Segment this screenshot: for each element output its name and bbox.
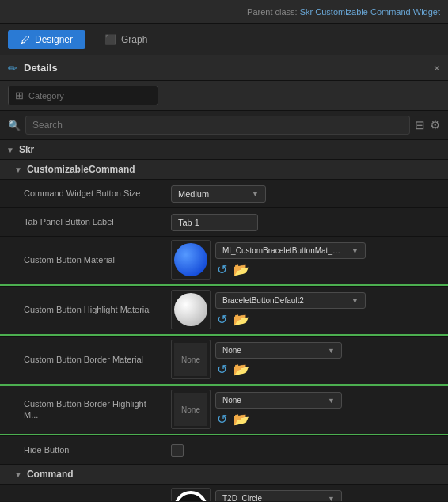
category-row: ⊞ xyxy=(0,81,448,111)
command-widget-icon-controls: T2D_Circle ▼ ↺ 📂 xyxy=(215,487,448,501)
custom-button-border-highlight-label: Custom Button Border Highlight M... xyxy=(0,394,166,426)
search-icon: 🔍 xyxy=(8,120,21,131)
customizable-command-section-label: CustomizableCommand xyxy=(27,164,135,175)
skr-section-label: Skr xyxy=(19,144,34,155)
custom-button-material-selected: MI_CustomBraceletButtonMat_Blue xyxy=(222,246,345,255)
none-preview-border: None xyxy=(174,343,207,376)
button-size-label: Command Widget Button Size xyxy=(0,183,166,203)
button-size-row: Command Widget Button Size Medium ▼ xyxy=(0,180,448,208)
command-widget-icon-preview xyxy=(171,488,211,501)
command-arrow-icon: ▼ xyxy=(14,470,22,479)
top-bar: Parent class: Skr Customizable Command W… xyxy=(0,0,448,24)
custom-button-border-highlight-green-line xyxy=(0,434,448,435)
custom-button-material-caret: ▼ xyxy=(351,247,359,255)
category-input-wrapper: ⊞ xyxy=(8,86,158,105)
search-bar: 🔍 ⊟ ⚙ xyxy=(0,111,448,140)
skr-arrow-icon: ▼ xyxy=(6,146,14,154)
details-header: ✏ Details × xyxy=(0,55,448,81)
button-size-dropdown[interactable]: Medium ▼ xyxy=(171,185,266,203)
designer-tab-label: Designer xyxy=(35,34,73,45)
custom-button-border-reset[interactable]: ↺ xyxy=(217,362,227,377)
custom-button-material-dropdown[interactable]: MI_CustomBraceletButtonMat_Blue ▼ xyxy=(215,242,366,259)
custom-button-material-preview xyxy=(171,240,211,280)
custom-button-material-reset[interactable]: ↺ xyxy=(217,262,227,277)
tab-panel-label: Tab Panel Button Label xyxy=(0,211,166,232)
custom-button-border-highlight-reset[interactable]: ↺ xyxy=(217,412,227,427)
command-widget-icon-dropdown[interactable]: T2D_Circle ▼ xyxy=(215,490,342,501)
grid-icon: ⊞ xyxy=(15,89,24,101)
hide-button-label: Hide Button xyxy=(0,439,166,460)
custom-button-border-highlight-caret: ▼ xyxy=(328,397,335,405)
custom-button-border-green-line xyxy=(0,384,448,386)
custom-button-border-row: Custom Button Border Material None None … xyxy=(0,337,448,386)
custom-button-highlight-browse[interactable]: 📂 xyxy=(233,312,249,327)
custom-button-border-caret: ▼ xyxy=(328,347,335,355)
custom-button-highlight-row: Custom Button Highlight Material Bracele… xyxy=(0,287,448,337)
designer-tab[interactable]: 🖊 Designer xyxy=(8,30,85,49)
custom-button-highlight-reset[interactable]: ↺ xyxy=(217,312,227,327)
circle-icon-preview xyxy=(174,491,207,501)
customizable-command-section-header[interactable]: ▼ CustomizableCommand xyxy=(0,160,448,180)
details-close-button[interactable]: × xyxy=(434,62,440,74)
custom-button-border-highlight-selected: None xyxy=(222,396,241,405)
graph-tab-label: Graph xyxy=(121,34,147,45)
custom-button-material-green-line xyxy=(0,284,448,286)
graph-icon: ⬛ xyxy=(104,34,116,45)
custom-button-material-controls: MI_CustomBraceletButtonMat_Blue ▼ ↺ 📂 xyxy=(215,239,448,280)
main-content: ▼ Skr ▼ CustomizableCommand Command Widg… xyxy=(0,140,448,501)
tab-panel-value xyxy=(166,211,448,234)
custom-button-material-row: Custom Button Material MI_CustomBracelet… xyxy=(0,237,448,287)
command-widget-icon-selected: T2D_Circle xyxy=(222,494,262,501)
table-icon[interactable]: ⊟ xyxy=(415,118,425,132)
button-size-selected: Medium xyxy=(178,189,209,199)
custom-button-highlight-label: Custom Button Highlight Material xyxy=(0,299,166,320)
designer-icon: 🖊 xyxy=(21,34,30,45)
graph-tab[interactable]: ⬛ Graph xyxy=(92,30,160,49)
search-input[interactable] xyxy=(25,116,410,135)
none-preview-border-highlight: None xyxy=(174,393,207,426)
custom-button-border-browse[interactable]: 📂 xyxy=(233,362,249,377)
custom-button-border-dropdown[interactable]: None ▼ xyxy=(215,342,342,359)
parent-class-label: Parent class: xyxy=(247,7,298,17)
command-section-label: Command xyxy=(27,469,74,480)
custom-button-border-controls: None ▼ ↺ 📂 xyxy=(215,339,448,380)
parent-class-link[interactable]: Skr Customizable Command Widget xyxy=(300,7,440,17)
blue-circle-preview xyxy=(174,243,207,276)
category-input[interactable] xyxy=(28,91,147,101)
command-section-header[interactable]: ▼ Command xyxy=(0,465,448,485)
custom-button-highlight-selected: BraceletButtonDefault2 xyxy=(222,296,304,305)
tab-panel-row: Tab Panel Button Label xyxy=(0,208,448,237)
command-widget-icon-caret: ▼ xyxy=(328,495,335,502)
custom-button-highlight-green-line xyxy=(0,334,448,336)
custom-button-border-highlight-controls: None ▼ ↺ 📂 xyxy=(215,389,448,430)
custom-button-border-preview: None xyxy=(171,340,211,379)
custom-button-border-highlight-row: Custom Button Border Highlight M... None… xyxy=(0,386,448,436)
custom-button-highlight-preview xyxy=(171,290,211,329)
tab-bar: 🖊 Designer ⬛ Graph xyxy=(0,24,448,55)
command-widget-icon-row: Command Widget Icon T2D_Circle ▼ ↺ 📂 xyxy=(0,485,448,501)
details-title: Details xyxy=(24,62,58,74)
command-widget-icon-label: Command Widget Icon xyxy=(0,497,166,501)
button-size-caret: ▼ xyxy=(252,190,259,198)
custom-button-material-label: Custom Button Material xyxy=(0,249,166,270)
custom-button-material-browse[interactable]: 📂 xyxy=(233,262,249,277)
details-pencil-icon: ✏ xyxy=(8,62,17,74)
custom-button-border-highlight-dropdown[interactable]: None ▼ xyxy=(215,392,342,409)
custom-button-border-label: Custom Button Border Material xyxy=(0,349,166,370)
customizable-command-arrow-icon: ▼ xyxy=(14,165,22,174)
button-size-value: Medium ▼ xyxy=(166,182,448,206)
white-sphere-preview xyxy=(174,293,207,326)
hide-button-value xyxy=(166,441,448,460)
custom-button-border-selected: None xyxy=(222,346,241,355)
custom-button-border-highlight-browse[interactable]: 📂 xyxy=(233,412,249,427)
custom-button-highlight-dropdown[interactable]: BraceletButtonDefault2 ▼ xyxy=(215,292,366,309)
tab-panel-input[interactable] xyxy=(171,214,258,231)
skr-section-header[interactable]: ▼ Skr xyxy=(0,140,448,160)
custom-button-highlight-caret: ▼ xyxy=(351,297,359,305)
settings-icon[interactable]: ⚙ xyxy=(430,118,440,132)
custom-button-border-highlight-preview: None xyxy=(171,390,211,429)
custom-button-highlight-controls: BraceletButtonDefault2 ▼ ↺ 📂 xyxy=(215,289,448,330)
hide-button-checkbox[interactable] xyxy=(171,444,184,457)
hide-button-row: Hide Button xyxy=(0,436,448,465)
